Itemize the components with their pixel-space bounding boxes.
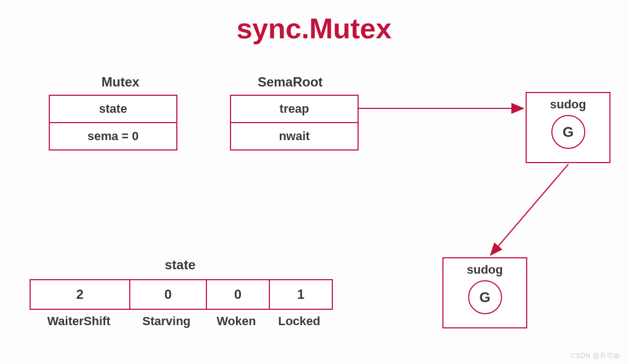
diagram-title: sync.Mutex bbox=[0, 12, 628, 45]
state-bitfield-table: 2001 bbox=[30, 279, 333, 310]
state-bit-value: 0 bbox=[129, 280, 206, 309]
goroutine-circle: G bbox=[468, 280, 502, 314]
semaroot-treap-field: treap bbox=[231, 96, 358, 122]
sudog-node-1: sudog G bbox=[526, 92, 610, 163]
watermark-text: CSDN @乔可南- bbox=[571, 351, 623, 361]
state-col: 1 bbox=[269, 280, 332, 309]
state-bit-name: Starving bbox=[128, 311, 205, 328]
state-heading: state bbox=[30, 257, 331, 273]
arrow-sudog1-to-sudog2 bbox=[491, 164, 568, 255]
semaroot-nwait-field: nwait bbox=[231, 122, 358, 149]
state-bitfield-labels: WaiterShiftStarvingWokenLocked bbox=[30, 311, 331, 328]
state-col: 0 bbox=[129, 280, 206, 309]
state-bit-value: 2 bbox=[31, 280, 129, 309]
semaroot-struct-box: treap nwait bbox=[230, 95, 359, 151]
state-bit-name: WaiterShift bbox=[30, 311, 128, 328]
mutex-sema-field: sema = 0 bbox=[50, 122, 176, 149]
state-bit-name: Woken bbox=[205, 311, 268, 328]
sudog-node-2: sudog G bbox=[442, 257, 527, 328]
state-col: 2 bbox=[31, 280, 129, 309]
goroutine-circle: G bbox=[551, 115, 585, 149]
mutex-state-field: state bbox=[50, 96, 176, 122]
mutex-struct-box: state sema = 0 bbox=[49, 95, 177, 151]
state-col: 0 bbox=[206, 280, 269, 309]
state-bit-name: Locked bbox=[268, 311, 331, 328]
state-bit-value: 0 bbox=[206, 280, 269, 309]
semaroot-struct-label: SemaRoot bbox=[246, 74, 334, 90]
state-bit-value: 1 bbox=[269, 280, 332, 309]
mutex-struct-label: Mutex bbox=[85, 74, 156, 90]
sudog-label: sudog bbox=[550, 97, 586, 112]
sudog-label: sudog bbox=[467, 263, 503, 277]
